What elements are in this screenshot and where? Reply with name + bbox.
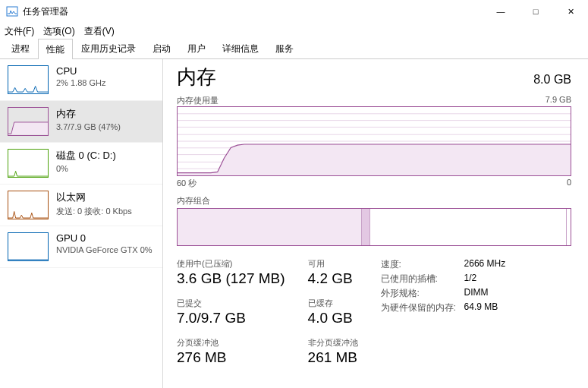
tab-bar: 进程 性能 应用历史记录 启动 用户 详细信息 服务 bbox=[0, 39, 588, 59]
disk-thumb bbox=[8, 149, 49, 178]
stat-nonpaged-pool: 非分页缓冲池 261 MB bbox=[308, 337, 358, 366]
svg-marker-1 bbox=[8, 122, 48, 134]
ethernet-thumb bbox=[8, 191, 49, 219]
memory-usage-chart bbox=[177, 106, 571, 176]
maximize-button[interactable]: □ bbox=[518, 0, 553, 23]
sidebar-item-memory[interactable]: 内存3.7/7.9 GB (47%) bbox=[0, 101, 162, 143]
memory-info: 速度:2666 MHz 已使用的插槽:1/2 外形规格:DIMM 为硬件保留的内… bbox=[381, 258, 506, 366]
title-bar: 任务管理器 — □ ✕ bbox=[0, 0, 588, 23]
tab-services[interactable]: 服务 bbox=[267, 38, 302, 58]
sidebar-item-sub: 发送: 0 接收: 0 Kbps bbox=[56, 206, 132, 217]
sidebar-item-sub: 2% 1.88 GHz bbox=[56, 78, 105, 87]
sidebar-item-ethernet[interactable]: 以太网发送: 0 接收: 0 Kbps bbox=[0, 185, 162, 226]
stat-paged-pool: 分页缓冲池 276 MB bbox=[177, 337, 285, 366]
usage-chart-label: 内存使用量 bbox=[177, 95, 219, 106]
composition-label: 内存组合 bbox=[177, 195, 571, 207]
stat-committed: 已提交 7.0/9.7 GB bbox=[177, 298, 285, 326]
sidebar-item-label: GPU 0 bbox=[56, 232, 153, 244]
window-controls: — □ ✕ bbox=[483, 0, 588, 23]
comp-free bbox=[567, 209, 571, 245]
tab-details[interactable]: 详细信息 bbox=[214, 38, 267, 58]
tab-startup[interactable]: 启动 bbox=[144, 38, 179, 58]
menu-options[interactable]: 选项(O) bbox=[43, 25, 74, 38]
memory-composition-chart bbox=[177, 208, 571, 246]
stat-available: 可用 4.2 GB bbox=[308, 258, 358, 287]
cpu-thumb bbox=[8, 65, 49, 94]
sidebar-item-label: 以太网 bbox=[56, 191, 132, 204]
page-title: 内存 bbox=[177, 64, 216, 90]
sidebar-item-sub: 0% bbox=[56, 164, 116, 173]
app-icon bbox=[6, 5, 18, 17]
menu-bar: 文件(F) 选项(O) 查看(V) bbox=[0, 23, 588, 39]
usage-chart-max: 7.9 GB bbox=[546, 95, 571, 106]
comp-modified bbox=[362, 209, 370, 245]
main-panel: 内存 8.0 GB 内存使用量 7.9 GB 60 秒 bbox=[163, 59, 588, 388]
tab-performance[interactable]: 性能 bbox=[38, 39, 73, 59]
xaxis-left: 60 秒 bbox=[177, 178, 197, 189]
sidebar: CPU2% 1.88 GHz 内存3.7/7.9 GB (47%) 磁盘 0 (… bbox=[0, 59, 163, 388]
total-memory: 8.0 GB bbox=[533, 73, 571, 87]
gpu-thumb bbox=[8, 232, 49, 261]
sidebar-item-cpu[interactable]: CPU2% 1.88 GHz bbox=[0, 59, 162, 101]
sidebar-item-gpu[interactable]: GPU 0NVIDIA GeForce GTX 0% bbox=[0, 226, 162, 268]
close-button[interactable]: ✕ bbox=[553, 0, 588, 23]
comp-in-use bbox=[178, 209, 362, 245]
minimize-button[interactable]: — bbox=[483, 0, 518, 23]
sidebar-item-label: 磁盘 0 (C: D:) bbox=[56, 149, 116, 162]
memory-thumb bbox=[8, 107, 49, 136]
xaxis-right: 0 bbox=[567, 178, 571, 189]
svg-rect-0 bbox=[7, 7, 17, 16]
menu-view[interactable]: 查看(V) bbox=[84, 25, 115, 38]
sidebar-item-sub: NVIDIA GeForce GTX 0% bbox=[56, 245, 153, 254]
menu-file[interactable]: 文件(F) bbox=[5, 25, 34, 38]
tab-users[interactable]: 用户 bbox=[179, 38, 214, 58]
sidebar-item-label: CPU bbox=[56, 65, 105, 77]
stat-in-use: 使用中(已压缩) 3.6 GB (127 MB) bbox=[177, 258, 285, 287]
sidebar-item-label: 内存 bbox=[56, 107, 121, 121]
tab-app-history[interactable]: 应用历史记录 bbox=[73, 38, 144, 58]
sidebar-item-disk[interactable]: 磁盘 0 (C: D:)0% bbox=[0, 143, 162, 185]
svg-marker-11 bbox=[178, 144, 571, 175]
stat-cached: 已缓存 4.0 GB bbox=[308, 298, 358, 326]
comp-standby bbox=[370, 209, 567, 245]
tab-processes[interactable]: 进程 bbox=[3, 38, 38, 58]
sidebar-item-sub: 3.7/7.9 GB (47%) bbox=[56, 122, 121, 131]
window-title: 任务管理器 bbox=[23, 5, 68, 18]
